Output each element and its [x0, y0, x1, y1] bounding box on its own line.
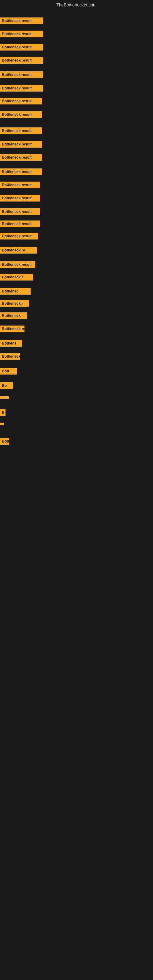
bottleneck-result-item: Bottleneck result [0, 72, 43, 78]
bottleneck-result-item [0, 423, 4, 425]
bottleneck-result-item: Bottleneck result [0, 18, 43, 24]
bottleneck-result-item: Bottleneck result [0, 261, 35, 268]
bottleneck-result-item: B [0, 409, 5, 416]
bottleneck-result-item: Bottleneck result [0, 208, 40, 215]
bottleneck-result-item: Bottleneck res [0, 326, 24, 332]
bottleneck-result-item: Bottleneck result [0, 181, 40, 188]
bottleneck-result-item: Bottleneck result [0, 85, 43, 92]
bottleneck-result-item: Bottleneck re [0, 247, 37, 254]
bottleneck-result-item: Bo [0, 382, 13, 389]
bottleneck-result-item: Bottleneck result [0, 154, 42, 161]
bottleneck-result-item: Bottleneck result [0, 57, 43, 64]
bottleneck-result-item: Bottleneck result [0, 111, 42, 118]
bottleneck-result-item: Bottleneck result [0, 30, 43, 37]
bottleneck-result-item: Bottlens [0, 340, 22, 347]
bottleneck-result-item: Bottleneck result [0, 195, 40, 202]
bottleneck-result-item: Bottlenec [0, 288, 30, 294]
bottleneck-result-item: Bottleneck [0, 353, 20, 360]
bottleneck-result-item: Bottleneck r [0, 300, 29, 307]
bottleneck-result-item: Bottleneck result [0, 233, 38, 240]
bottleneck-result-item: Bottleneck result [0, 127, 42, 134]
bottleneck-result-item: Bottleneck result [0, 44, 43, 51]
site-title: TheBottlenecker.com [0, 0, 153, 10]
bottleneck-result-item: Bottleneck result [0, 169, 42, 175]
bottleneck-result-item: Bottleneck result [0, 221, 40, 227]
bottleneck-result-item [0, 396, 9, 399]
bottleneck-result-item: Bottleneck result [0, 141, 42, 148]
bottleneck-result-item: Bottleneck [0, 312, 27, 319]
bottleneck-result-item: Bottleneck result [0, 98, 42, 105]
bottleneck-result-item: Bottleneck r [0, 274, 33, 280]
bottleneck-result-item: Bott [0, 368, 17, 375]
bottleneck-result-item: Bott [0, 438, 9, 445]
